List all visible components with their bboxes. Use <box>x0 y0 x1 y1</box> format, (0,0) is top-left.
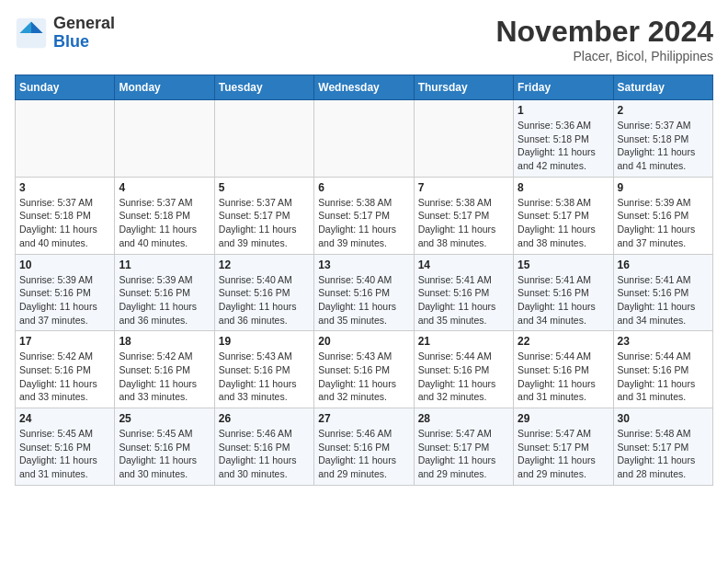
day-cell: 3Sunrise: 5:37 AM Sunset: 5:18 PM Daylig… <box>16 177 115 254</box>
week-row-1: 3Sunrise: 5:37 AM Sunset: 5:18 PM Daylig… <box>16 177 713 254</box>
day-cell <box>314 100 414 178</box>
day-header-friday: Friday <box>514 75 613 100</box>
day-cell: 28Sunrise: 5:47 AM Sunset: 5:17 PM Dayli… <box>414 408 513 486</box>
day-number: 18 <box>119 335 210 348</box>
day-number: 5 <box>219 181 310 194</box>
day-info: Sunrise: 5:48 AM Sunset: 5:17 PM Dayligh… <box>618 427 709 481</box>
day-info: Sunrise: 5:39 AM Sunset: 5:16 PM Dayligh… <box>119 273 210 327</box>
day-header-wednesday: Wednesday <box>314 75 414 100</box>
day-number: 11 <box>119 259 210 271</box>
day-info: Sunrise: 5:41 AM Sunset: 5:16 PM Dayligh… <box>518 273 609 327</box>
day-info: Sunrise: 5:38 AM Sunset: 5:17 PM Dayligh… <box>418 196 509 250</box>
day-number: 13 <box>318 259 409 271</box>
calendar-table: SundayMondayTuesdayWednesdayThursdayFrid… <box>15 75 713 486</box>
day-number: 25 <box>119 412 210 425</box>
day-cell: 14Sunrise: 5:41 AM Sunset: 5:16 PM Dayli… <box>414 254 513 331</box>
day-cell: 18Sunrise: 5:42 AM Sunset: 5:16 PM Dayli… <box>115 331 214 408</box>
day-number: 1 <box>518 104 609 117</box>
day-header-monday: Monday <box>115 75 214 100</box>
day-info: Sunrise: 5:44 AM Sunset: 5:16 PM Dayligh… <box>518 350 609 404</box>
day-number: 29 <box>518 412 609 425</box>
day-cell: 11Sunrise: 5:39 AM Sunset: 5:16 PM Dayli… <box>115 254 214 331</box>
day-info: Sunrise: 5:43 AM Sunset: 5:16 PM Dayligh… <box>318 350 409 404</box>
day-number: 27 <box>318 412 409 425</box>
day-cell: 20Sunrise: 5:43 AM Sunset: 5:16 PM Dayli… <box>314 331 414 408</box>
header-row: SundayMondayTuesdayWednesdayThursdayFrid… <box>16 75 713 100</box>
day-cell <box>214 100 313 178</box>
day-cell: 17Sunrise: 5:42 AM Sunset: 5:16 PM Dayli… <box>16 331 115 408</box>
day-info: Sunrise: 5:43 AM Sunset: 5:16 PM Dayligh… <box>219 350 310 404</box>
week-row-2: 10Sunrise: 5:39 AM Sunset: 5:16 PM Dayli… <box>16 254 713 331</box>
day-info: Sunrise: 5:37 AM Sunset: 5:18 PM Dayligh… <box>119 196 210 250</box>
day-info: Sunrise: 5:37 AM Sunset: 5:18 PM Dayligh… <box>618 119 709 173</box>
calendar-body: 1Sunrise: 5:36 AM Sunset: 5:18 PM Daylig… <box>16 100 713 486</box>
day-cell: 25Sunrise: 5:45 AM Sunset: 5:16 PM Dayli… <box>115 408 214 486</box>
day-info: Sunrise: 5:47 AM Sunset: 5:17 PM Dayligh… <box>518 427 609 481</box>
title-block: November 2024 Placer, Bicol, Philippines <box>495 15 713 63</box>
day-number: 22 <box>518 335 609 348</box>
day-cell: 5Sunrise: 5:37 AM Sunset: 5:17 PM Daylig… <box>214 177 313 254</box>
day-header-sunday: Sunday <box>16 75 115 100</box>
day-info: Sunrise: 5:39 AM Sunset: 5:16 PM Dayligh… <box>618 196 709 250</box>
day-info: Sunrise: 5:41 AM Sunset: 5:16 PM Dayligh… <box>418 273 509 327</box>
day-cell: 16Sunrise: 5:41 AM Sunset: 5:16 PM Dayli… <box>613 254 712 331</box>
day-number: 17 <box>19 335 110 348</box>
logo-icon <box>15 17 48 50</box>
day-number: 4 <box>119 181 210 194</box>
day-info: Sunrise: 5:38 AM Sunset: 5:17 PM Dayligh… <box>318 196 409 250</box>
week-row-4: 24Sunrise: 5:45 AM Sunset: 5:16 PM Dayli… <box>16 408 713 486</box>
week-row-3: 17Sunrise: 5:42 AM Sunset: 5:16 PM Dayli… <box>16 331 713 408</box>
day-number: 15 <box>518 259 609 271</box>
day-header-thursday: Thursday <box>414 75 513 100</box>
day-info: Sunrise: 5:45 AM Sunset: 5:16 PM Dayligh… <box>19 427 110 481</box>
day-number: 9 <box>618 181 709 194</box>
day-cell: 29Sunrise: 5:47 AM Sunset: 5:17 PM Dayli… <box>514 408 613 486</box>
day-info: Sunrise: 5:38 AM Sunset: 5:17 PM Dayligh… <box>518 196 609 250</box>
day-number: 26 <box>219 412 310 425</box>
day-cell: 23Sunrise: 5:44 AM Sunset: 5:16 PM Dayli… <box>613 331 712 408</box>
day-info: Sunrise: 5:37 AM Sunset: 5:18 PM Dayligh… <box>19 196 110 250</box>
day-cell: 6Sunrise: 5:38 AM Sunset: 5:17 PM Daylig… <box>314 177 414 254</box>
day-info: Sunrise: 5:39 AM Sunset: 5:16 PM Dayligh… <box>19 273 110 327</box>
day-number: 20 <box>318 335 409 348</box>
day-number: 23 <box>618 335 709 348</box>
day-info: Sunrise: 5:46 AM Sunset: 5:16 PM Dayligh… <box>318 427 409 481</box>
day-cell: 27Sunrise: 5:46 AM Sunset: 5:16 PM Dayli… <box>314 408 414 486</box>
day-header-tuesday: Tuesday <box>214 75 313 100</box>
day-header-saturday: Saturday <box>613 75 712 100</box>
day-info: Sunrise: 5:36 AM Sunset: 5:18 PM Dayligh… <box>518 119 609 173</box>
location: Placer, Bicol, Philippines <box>495 49 713 63</box>
day-cell: 4Sunrise: 5:37 AM Sunset: 5:18 PM Daylig… <box>115 177 214 254</box>
day-cell: 13Sunrise: 5:40 AM Sunset: 5:16 PM Dayli… <box>314 254 414 331</box>
page-header: General Blue November 2024 Placer, Bicol… <box>15 15 713 63</box>
day-info: Sunrise: 5:41 AM Sunset: 5:16 PM Dayligh… <box>618 273 709 327</box>
day-cell: 1Sunrise: 5:36 AM Sunset: 5:18 PM Daylig… <box>514 100 613 178</box>
day-cell: 22Sunrise: 5:44 AM Sunset: 5:16 PM Dayli… <box>514 331 613 408</box>
day-cell: 21Sunrise: 5:44 AM Sunset: 5:16 PM Dayli… <box>414 331 513 408</box>
day-cell: 9Sunrise: 5:39 AM Sunset: 5:16 PM Daylig… <box>613 177 712 254</box>
day-info: Sunrise: 5:45 AM Sunset: 5:16 PM Dayligh… <box>119 427 210 481</box>
day-number: 16 <box>618 259 709 271</box>
day-cell: 12Sunrise: 5:40 AM Sunset: 5:16 PM Dayli… <box>214 254 313 331</box>
day-number: 10 <box>19 259 110 271</box>
day-cell: 19Sunrise: 5:43 AM Sunset: 5:16 PM Dayli… <box>214 331 313 408</box>
day-cell <box>16 100 115 178</box>
day-cell: 26Sunrise: 5:46 AM Sunset: 5:16 PM Dayli… <box>214 408 313 486</box>
day-number: 7 <box>418 181 509 194</box>
month-title: November 2024 <box>495 15 713 49</box>
day-cell <box>115 100 214 178</box>
day-number: 3 <box>19 181 110 194</box>
day-info: Sunrise: 5:40 AM Sunset: 5:16 PM Dayligh… <box>219 273 310 327</box>
day-info: Sunrise: 5:46 AM Sunset: 5:16 PM Dayligh… <box>219 427 310 481</box>
day-cell: 30Sunrise: 5:48 AM Sunset: 5:17 PM Dayli… <box>613 408 712 486</box>
day-info: Sunrise: 5:42 AM Sunset: 5:16 PM Dayligh… <box>19 350 110 404</box>
day-number: 30 <box>618 412 709 425</box>
day-info: Sunrise: 5:44 AM Sunset: 5:16 PM Dayligh… <box>618 350 709 404</box>
day-cell: 10Sunrise: 5:39 AM Sunset: 5:16 PM Dayli… <box>16 254 115 331</box>
logo: General Blue <box>15 15 115 52</box>
day-cell: 2Sunrise: 5:37 AM Sunset: 5:18 PM Daylig… <box>613 100 712 178</box>
day-number: 2 <box>618 104 709 117</box>
day-info: Sunrise: 5:37 AM Sunset: 5:17 PM Dayligh… <box>219 196 310 250</box>
day-number: 6 <box>318 181 409 194</box>
calendar-header: SundayMondayTuesdayWednesdayThursdayFrid… <box>16 75 713 100</box>
